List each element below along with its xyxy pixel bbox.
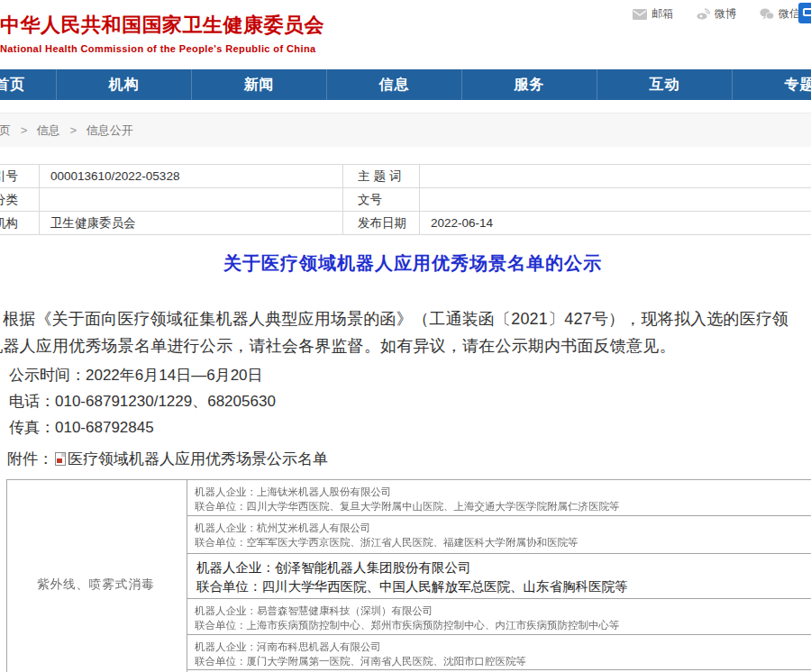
breadcrumb: 首页 > 信息 > 信息公开 — [0, 123, 133, 139]
site-logo: 中华人民共和国国家卫生健康委员会 National Health Commiss… — [0, 12, 324, 54]
page-title: 关于医疗领域机器人应用优秀场景名单的公示 — [0, 251, 811, 276]
nav-item-agency[interactable]: 机构 — [57, 69, 192, 100]
wechat-icon — [760, 8, 774, 20]
attachment-link[interactable]: 医疗领域机器人应用优秀场景公示名单 — [68, 449, 328, 469]
company-line: 机器人企业：易普森智慧健康科技（深圳）有限公司 — [195, 604, 811, 618]
wechat-link[interactable]: 微信 — [760, 6, 800, 22]
main-nav: 首页 机构 新闻 信息 服务 互动 专题 — [0, 69, 811, 100]
company-line: 机器人企业：上海钛米机器人股份有限公司 — [195, 485, 811, 499]
scene-rows: 机器人企业：上海钛米机器人股份有限公司 联合单位：四川大学华西医院、复旦大学附属… — [187, 480, 811, 672]
meta-value-category — [40, 188, 343, 212]
company-line: 机器人企业：创泽智能机器人集团股份有限公司 — [196, 558, 811, 577]
site-subtitle: National Health Commission of the People… — [0, 43, 324, 54]
corner-blue-button[interactable] — [798, 3, 811, 23]
partners-line: 联合单位：厦门大学附属第一医院、河南省人民医院、沈阳市口腔医院等 — [195, 654, 811, 668]
breadcrumb-home[interactable]: 首页 — [0, 123, 11, 137]
meta-label-category: 分类 — [0, 188, 40, 212]
attachment-line: 附件： 医疗领域机器人应用优秀场景公示名单 — [7, 449, 811, 469]
fax-line: 传真：010-68792845 — [9, 414, 811, 440]
nav-item-info[interactable]: 信息 — [327, 69, 462, 100]
weibo-link[interactable]: 微博 — [697, 6, 736, 22]
partners-line: 联合单位：上海市疾病预防控制中心、郑州市疾病预防控制中心、内江市疾病预防控制中心… — [195, 618, 811, 632]
meta-value-index: 000013610/2022-05328 — [40, 165, 343, 188]
mail-label: 邮箱 — [652, 6, 673, 22]
company-line: 机器人企业：杭州艾米机器人有限公司 — [195, 521, 811, 535]
meta-label-pubdate: 发布日期 — [343, 212, 420, 235]
article-paragraph: 根据《关于面向医疗领域征集机器人典型应用场景的函》（工通装函〔2021〕427号… — [0, 305, 799, 359]
nav-item-news[interactable]: 新闻 — [192, 69, 327, 100]
wechat-label: 微信 — [779, 6, 800, 22]
document-attachment-icon — [55, 452, 66, 466]
scene-table: 紫外线、喷雾式消毒 机器人企业：上海钛米机器人股份有限公司 联合单位：四川大学华… — [6, 479, 811, 672]
scene-category-cell: 紫外线、喷雾式消毒 — [7, 480, 187, 672]
header-quick-links: 邮箱 微博 微信 — [633, 6, 800, 22]
mail-icon — [633, 9, 647, 20]
mail-link[interactable]: 邮箱 — [633, 6, 673, 22]
meta-value-subject — [420, 165, 811, 188]
site-header: 中华人民共和国国家卫生健康委员会 National Health Commiss… — [0, 0, 811, 69]
partners-line: 联合单位：四川大学华西医院、中国人民解放军总医院、山东省胸科医院等 — [196, 577, 811, 596]
meta-value-pubdate: 2022-06-14 — [420, 212, 811, 235]
weibo-icon — [697, 8, 710, 20]
notice-period-line: 公示时间：2022年6月14日—6月20日 — [9, 362, 811, 388]
table-row: 机器人企业：上海钛米机器人股份有限公司 联合单位：四川大学华西医院、复旦大学附属… — [187, 480, 811, 516]
page: 中华人民共和国国家卫生健康委员会 National Health Commiss… — [0, 0, 811, 672]
meta-row: 发布机构 卫生健康委员会 发布日期 2022-06-14 — [0, 212, 811, 235]
nav-item-interact[interactable]: 互动 — [597, 69, 733, 100]
partners-line: 联合单位：空军军医大学西京医院、浙江省人民医院、福建医科大学附属协和医院等 — [195, 535, 811, 549]
breadcrumb-bar: 首页 > 信息 > 信息公开 — [0, 113, 811, 147]
meta-row: 索引号 000013610/2022-05328 主题词 — [0, 165, 811, 188]
meta-value-docnum — [420, 188, 811, 212]
table-row: 机器人企业：河南布科思机器人有限公司 联合单位：厦门大学附属第一医院、河南省人民… — [187, 635, 811, 670]
meta-label-agency: 发布机构 — [0, 212, 40, 235]
weibo-label: 微博 — [715, 6, 736, 22]
partners-line: 联合单位：四川大学华西医院、复旦大学附属中山医院、上海交通大学医学院附属仁济医院… — [195, 499, 811, 513]
breadcrumb-info-open[interactable]: 信息公开 — [87, 123, 133, 137]
phone-line: 电话：010-68791230/1229、68205630 — [9, 388, 811, 414]
screen-icon — [803, 8, 811, 16]
site-title: 中华人民共和国国家卫生健康委员会 — [0, 12, 324, 39]
nav-item-service[interactable]: 服务 — [462, 69, 597, 100]
meta-label-index: 索引号 — [0, 165, 40, 188]
meta-table: 索引号 000013610/2022-05328 主题词 分类 文号 发布机构 … — [0, 164, 811, 235]
attachment-label: 附件： — [7, 449, 53, 469]
nav-item-home[interactable]: 首页 — [0, 69, 57, 100]
scene-category-label: 紫外线、喷雾式消毒 — [37, 577, 155, 593]
contact-block: 公示时间：2022年6月14日—6月20日 电话：010-68791230/12… — [9, 362, 811, 440]
table-row: 机器人企业：杭州艾米机器人有限公司 联合单位：空军军医大学西京医院、浙江省人民医… — [187, 516, 811, 554]
breadcrumb-separator: > — [69, 123, 77, 137]
table-row: 机器人企业：易普森智慧健康科技（深圳）有限公司 联合单位：上海市疾病预防控制中心… — [187, 599, 811, 635]
company-line: 机器人企业：河南布科思机器人有限公司 — [195, 640, 811, 654]
nav-item-special[interactable]: 专题 — [733, 69, 811, 100]
meta-value-agency: 卫生健康委员会 — [40, 212, 343, 235]
breadcrumb-separator: > — [21, 123, 28, 137]
breadcrumb-info[interactable]: 信息 — [37, 123, 60, 137]
table-row: 机器人企业：创泽智能机器人集团股份有限公司 联合单位：四川大学华西医院、中国人民… — [187, 554, 811, 599]
meta-label-subject: 主题词 — [343, 165, 420, 188]
meta-label-docnum: 文号 — [343, 188, 420, 212]
meta-row: 分类 文号 — [0, 188, 811, 212]
meta-table-wrap: 索引号 000013610/2022-05328 主题词 分类 文号 发布机构 … — [0, 164, 811, 235]
